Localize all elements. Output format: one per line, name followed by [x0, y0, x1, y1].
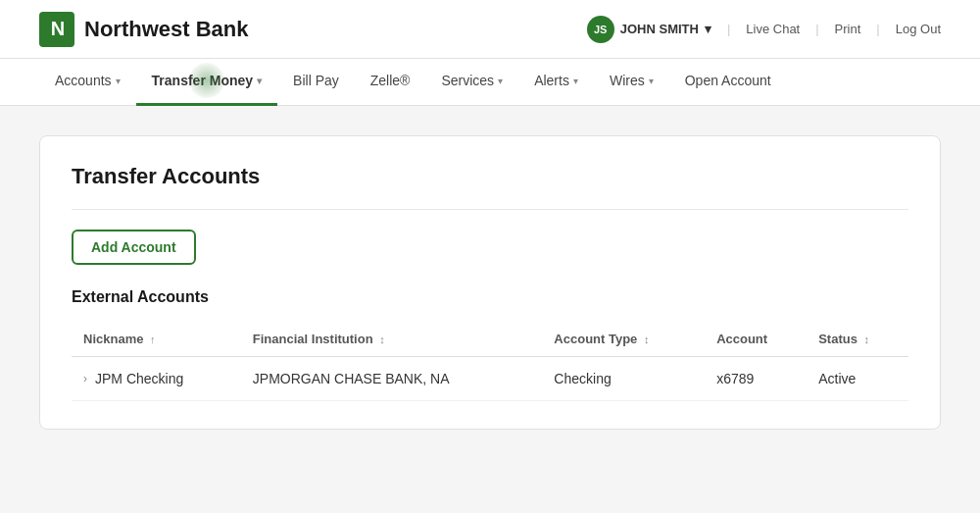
print-link[interactable]: Print [835, 22, 861, 36]
main-content: Transfer Accounts Add Account External A… [0, 106, 980, 459]
nav-item-transfer-money[interactable]: Transfer Money ▾ [136, 59, 277, 106]
cell-nickname: › JPM Checking [72, 357, 241, 401]
cell-status: Active [807, 357, 908, 401]
header: N Northwest Bank JS JOHN SMITH ▾ | Live … [0, 0, 980, 59]
nav-item-alerts[interactable]: Alerts ▾ [518, 59, 594, 106]
nav-bar: Accounts ▾ Transfer Money ▾ Bill Pay Zel… [0, 59, 980, 106]
user-dropdown-chevron: ▾ [705, 22, 711, 36]
user-name: JOHN SMITH [620, 22, 699, 36]
table-row: › JPM Checking JPMORGAN CHASE BANK, NA C… [72, 357, 908, 401]
col-nickname[interactable]: Nickname ↑ [72, 322, 241, 357]
nav-item-services[interactable]: Services ▾ [425, 59, 518, 106]
nav-item-open-account[interactable]: Open Account [669, 59, 787, 106]
col-account: Account [705, 322, 807, 357]
sort-both-icon: ↕ [379, 333, 385, 345]
separator-2: | [815, 22, 818, 36]
chevron-down-icon: ▾ [649, 76, 654, 86]
user-info[interactable]: JS JOHN SMITH ▾ [587, 16, 711, 43]
nav-item-wires[interactable]: Wires ▾ [594, 59, 669, 106]
page-title: Transfer Accounts [72, 164, 908, 189]
chevron-down-icon: ▾ [257, 76, 262, 86]
external-accounts-heading: External Accounts [72, 288, 908, 306]
nav-item-accounts[interactable]: Accounts ▾ [39, 59, 136, 106]
expand-row-icon[interactable]: › [83, 372, 87, 385]
external-accounts-table: Nickname ↑ Financial Institution ↕ Accou… [72, 322, 908, 401]
col-financial-institution[interactable]: Financial Institution ↕ [241, 322, 543, 357]
logout-link[interactable]: Log Out [896, 22, 941, 36]
sort-asc-icon: ↑ [150, 333, 156, 345]
user-avatar: JS [587, 16, 614, 43]
brand-name: Northwest Bank [84, 17, 248, 42]
live-chat-link[interactable]: Live Chat [746, 22, 800, 36]
nav-item-zelle[interactable]: Zelle® [355, 59, 426, 106]
divider [72, 209, 908, 210]
col-account-type[interactable]: Account Type ↕ [542, 322, 705, 357]
add-account-button[interactable]: Add Account [72, 230, 196, 265]
logo-area: N Northwest Bank [39, 12, 248, 47]
sort-both-icon: ↕ [864, 333, 870, 345]
chevron-down-icon: ▾ [116, 76, 121, 86]
table-header-row: Nickname ↑ Financial Institution ↕ Accou… [72, 322, 908, 357]
cell-account-type: Checking [542, 357, 705, 401]
separator-1: | [727, 22, 730, 36]
header-right: JS JOHN SMITH ▾ | Live Chat | Print | Lo… [587, 16, 941, 43]
separator-3: | [876, 22, 879, 36]
col-status[interactable]: Status ↕ [807, 322, 908, 357]
chevron-down-icon: ▾ [498, 76, 503, 86]
sort-both-icon: ↕ [644, 333, 650, 345]
logo-icon: N [39, 12, 74, 47]
transfer-accounts-card: Transfer Accounts Add Account External A… [39, 135, 941, 430]
chevron-down-icon: ▾ [573, 76, 578, 86]
nav-item-bill-pay[interactable]: Bill Pay [277, 59, 355, 106]
cell-financial-institution: JPMORGAN CHASE BANK, NA [241, 357, 543, 401]
cell-account: x6789 [705, 357, 807, 401]
